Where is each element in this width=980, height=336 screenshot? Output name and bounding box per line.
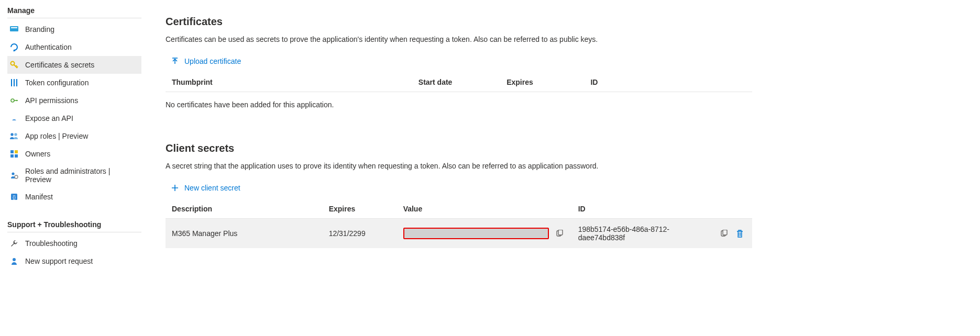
troubleshooting-icon	[9, 239, 19, 248]
client-secrets-description: A secret string that the application use…	[166, 162, 963, 170]
svg-rect-4	[11, 79, 12, 86]
svg-point-11	[14, 133, 17, 136]
sidebar-item-label: Branding	[25, 25, 54, 33]
app-roles-icon	[9, 131, 19, 141]
secret-row-id: 198b5174-e56b-486a-8712-daee74bd838f	[578, 225, 715, 242]
plus-icon	[171, 184, 179, 192]
svg-rect-0	[10, 26, 18, 31]
svg-point-8	[16, 100, 18, 102]
api-permissions-icon	[9, 96, 19, 105]
sidebar-item-certificates-secrets[interactable]: Certificates & secrets	[7, 56, 141, 74]
sidebar-item-roles-admins[interactable]: Roles and administrators | Preview	[7, 163, 141, 188]
svg-point-10	[10, 133, 13, 136]
svg-point-7	[11, 99, 14, 102]
svg-point-17	[15, 175, 18, 178]
sidebar-item-troubleshooting[interactable]: Troubleshooting	[7, 234, 141, 252]
sidebar-item-label: Authentication	[25, 43, 72, 51]
sidebar-item-label: Roles and administrators | Preview	[25, 167, 137, 184]
main-content: Certificates Certificates can be used as…	[147, 0, 980, 336]
certificates-heading: Certificates	[166, 16, 963, 28]
delete-secret-button[interactable]	[735, 229, 744, 238]
sidebar-item-app-roles[interactable]: App roles | Preview	[7, 127, 141, 145]
svg-rect-12	[10, 150, 14, 153]
sidebar-item-label: Manifest	[25, 193, 53, 201]
sidebar: Manage Branding Authentication Certifica…	[0, 0, 147, 336]
sidebar-item-expose-api[interactable]: Expose an API	[7, 109, 141, 127]
support-request-icon	[9, 256, 19, 266]
secret-row-expires: 12/31/2299	[323, 219, 397, 249]
roles-admins-icon	[9, 171, 19, 180]
svg-rect-23	[558, 230, 563, 235]
svg-rect-25	[723, 230, 727, 235]
manifest-icon: {}	[9, 192, 19, 201]
sidebar-item-new-support-request[interactable]: New support request	[7, 252, 141, 270]
authentication-icon	[9, 42, 19, 52]
owners-icon	[9, 149, 19, 159]
sidebar-item-manifest[interactable]: {} Manifest	[7, 188, 141, 206]
sidebar-item-label: Certificates & secrets	[25, 61, 94, 69]
sidebar-item-api-permissions[interactable]: API permissions	[7, 92, 141, 109]
svg-rect-15	[15, 154, 18, 158]
secret-col-expires[interactable]: Expires	[323, 199, 397, 219]
sidebar-section-support: Support + Troubleshooting	[7, 218, 141, 232]
svg-rect-14	[10, 154, 14, 158]
new-client-secret-button[interactable]: New client secret	[166, 181, 963, 199]
sidebar-item-label: Owners	[25, 150, 50, 158]
client-secrets-heading: Client secrets	[166, 142, 963, 154]
upload-icon	[171, 57, 179, 65]
certificates-description: Certificates can be used as secrets to p…	[166, 35, 963, 43]
sidebar-item-branding[interactable]: Branding	[7, 20, 141, 38]
sidebar-item-label: App roles | Preview	[25, 132, 88, 140]
secret-row-description: M365 Manager Plus	[166, 219, 323, 249]
sidebar-item-owners[interactable]: Owners	[7, 145, 141, 163]
svg-rect-6	[16, 79, 17, 86]
copy-secret-id-button[interactable]	[720, 229, 728, 238]
new-client-secret-label: New client secret	[184, 184, 240, 192]
secret-col-id[interactable]: ID	[572, 199, 752, 219]
key-icon	[9, 60, 19, 70]
sidebar-item-label: API permissions	[25, 96, 78, 105]
svg-rect-1	[11, 27, 17, 28]
cert-col-thumbprint[interactable]: Thumbprint	[166, 73, 412, 92]
client-secrets-table: Description Expires Value ID M365 Manage…	[166, 199, 752, 248]
svg-rect-5	[14, 79, 15, 86]
sidebar-section-manage: Manage	[7, 4, 141, 18]
sidebar-item-authentication[interactable]: Authentication	[7, 38, 141, 56]
expose-api-icon	[9, 114, 19, 123]
secret-col-value[interactable]: Value	[397, 199, 572, 219]
sidebar-item-label: New support request	[25, 257, 93, 265]
svg-point-20	[13, 258, 16, 261]
token-configuration-icon	[9, 78, 19, 87]
branding-icon	[9, 25, 19, 34]
sidebar-item-token-configuration[interactable]: Token configuration	[7, 74, 141, 92]
table-row: M365 Manager Plus 12/31/2299 198b5174-e5…	[166, 219, 752, 249]
certificates-table: Thumbprint Start date Expires ID	[166, 73, 752, 92]
svg-point-3	[11, 62, 15, 65]
svg-rect-13	[15, 150, 18, 153]
secret-col-description[interactable]: Description	[166, 199, 323, 219]
secret-value-redacted	[403, 228, 549, 239]
sidebar-item-label: Expose an API	[25, 114, 73, 122]
cert-col-start[interactable]: Start date	[412, 73, 500, 92]
svg-point-9	[13, 116, 15, 118]
svg-text:{}: {}	[13, 195, 16, 200]
upload-certificate-button[interactable]: Upload certificate	[166, 54, 963, 73]
sidebar-item-label: Token configuration	[25, 79, 89, 87]
cert-col-id[interactable]: ID	[584, 73, 752, 92]
svg-point-16	[12, 172, 14, 175]
upload-certificate-label: Upload certificate	[184, 57, 241, 65]
copy-secret-value-button[interactable]	[555, 229, 564, 238]
sidebar-item-label: Troubleshooting	[25, 239, 78, 248]
certificates-empty-message: No certificates have been added for this…	[166, 92, 963, 109]
cert-col-expires[interactable]: Expires	[500, 73, 584, 92]
